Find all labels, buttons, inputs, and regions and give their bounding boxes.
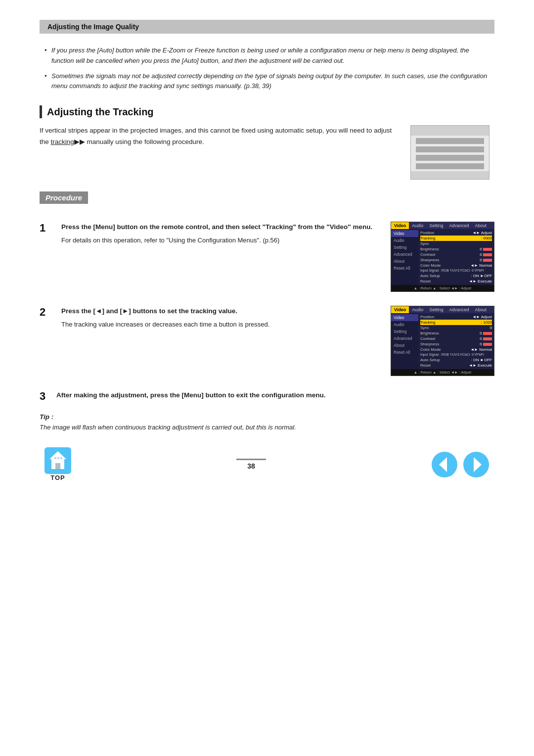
step-3: 3 After making the adjustment, press the…	[40, 390, 494, 403]
section-header: Adjusting the Image Quality	[40, 20, 494, 34]
page-footer: TOP 38	[40, 447, 494, 481]
intro-text: If vertical stripes appear in the projec…	[40, 125, 396, 180]
menu-footer-2: ▲ : Return ▲ : Select ◄► : Adjust	[391, 369, 494, 376]
menu-tab-advanced-2: Advanced	[446, 306, 472, 313]
menu-tabs-2: Video Audio Setting Advanced About	[391, 306, 494, 313]
procedure-title: Procedure	[40, 191, 88, 204]
menu-row-input-1: Input Signal : RGB YUV①YCbCr ①YPbPr	[420, 268, 492, 273]
menu-screenshot-1: Video Audio Setting Advanced About Video…	[391, 222, 494, 292]
step-2-content: Press the [◄] and [►] buttons to set the…	[61, 306, 381, 331]
page-divider	[236, 459, 266, 460]
notes-section: If you press the [Auto] button while the…	[40, 46, 494, 92]
menu-tab-video-1: Video	[391, 222, 409, 229]
menu-left-audio-1: Audio	[391, 237, 418, 244]
menu-row-brightness-1: Brightness0	[420, 246, 492, 252]
menu-left-audio-2: Audio	[391, 321, 418, 328]
menu-left-panel-2: Video Audio Setting Advanced About Reset…	[391, 313, 418, 369]
menu-tab-advanced-1: Advanced	[446, 222, 472, 229]
footer-left[interactable]: TOP	[44, 447, 71, 481]
step-3-number: 3	[40, 390, 51, 403]
menu-tab-audio-2: Audio	[409, 306, 426, 313]
menu-tab-about-1: About	[472, 222, 490, 229]
svg-rect-3	[54, 457, 56, 459]
menu-footer-1: ▲ : Return ▲ : Select ◄► : Adjust	[391, 285, 494, 291]
menu-row-position-1: Position◄► Adjust	[420, 230, 492, 236]
svg-rect-2	[55, 463, 60, 469]
prev-arrow-icon[interactable]	[431, 451, 458, 478]
menu-row-position-2: Position◄► Adjust	[420, 314, 492, 320]
menu-right-panel-2: Position◄► Adjust Tracking: 1020 Sync0 B…	[418, 313, 494, 369]
step-3-bold: After making the adjustment, press the […	[56, 390, 326, 401]
step-2-bold: Press the [◄] and [►] buttons to set the…	[61, 306, 381, 317]
menu-row-colormode-1: Color Mode◄► Normal	[420, 263, 492, 268]
menu-row-tracking-1: Tracking: 0000	[420, 236, 492, 241]
section-header-title: Adjusting the Image Quality	[47, 23, 139, 31]
house-icon	[44, 447, 71, 474]
menu-body-2: Video Audio Setting Advanced About Reset…	[391, 313, 494, 369]
menu-tab-about-2: About	[472, 306, 490, 313]
tip-label: Tip :	[40, 413, 494, 421]
step-1-normal: For details on this operation, refer to …	[61, 236, 381, 246]
main-title-container: Adjusting the Tracking	[40, 105, 494, 118]
step-2-image: Video Audio Setting Advanced About Video…	[391, 306, 494, 376]
menu-row-input-2: Input Signal : RGB YUV①YCbCr ①YPbPr	[420, 352, 492, 357]
step-1: 1 Press the [Menu] button on the remote …	[40, 222, 494, 292]
menu-left-video-1: Video	[391, 230, 418, 237]
menu-tab-audio-1: Audio	[409, 222, 426, 229]
footer-right	[431, 451, 490, 478]
menu-row-reset-1: Reset◄► Execute	[420, 279, 492, 284]
menu-left-advanced-1: Advanced	[391, 251, 418, 258]
step-1-content: Press the [Menu] button on the remote co…	[61, 222, 381, 247]
menu-row-contrast-2: Contrast0	[420, 336, 492, 341]
page-number-container: 38	[236, 459, 266, 470]
menu-row-sharpness-2: Sharpness0	[420, 341, 492, 347]
menu-left-setting-1: Setting	[391, 244, 418, 251]
step-1-bold: Press the [Menu] button on the remote co…	[61, 222, 381, 233]
menu-left-panel-1: Video Audio Setting Advanced About Reset…	[391, 229, 418, 285]
svg-rect-5	[60, 457, 62, 459]
menu-row-colormode-2: Color Mode◄► Normal	[420, 347, 492, 352]
menu-row-autosetup-2: Auto Setup: ON ►OFF	[420, 357, 492, 363]
svg-rect-4	[57, 457, 59, 459]
menu-row-tracking-2: Tracking: 1020	[420, 320, 492, 325]
menu-left-about-1: About	[391, 258, 418, 265]
note-1: If you press the [Auto] button while the…	[44, 46, 490, 66]
menu-row-autosetup-1: Auto Setup: ON ►OFF	[420, 273, 492, 279]
menu-left-advanced-2: Advanced	[391, 335, 418, 342]
step-2: 2 Press the [◄] and [►] buttons to set t…	[40, 306, 494, 376]
top-label: TOP	[50, 474, 65, 481]
menu-left-resetall-1: Reset All	[391, 265, 418, 272]
menu-left-setting-2: Setting	[391, 328, 418, 335]
menu-body-1: Video Audio Setting Advanced About Reset…	[391, 229, 494, 285]
step-1-number: 1	[40, 222, 51, 235]
menu-left-video-2: Video	[391, 314, 418, 321]
main-title-text: Adjusting the Tracking	[47, 106, 154, 118]
menu-row-brightness-2: Brightness0	[420, 331, 492, 336]
title-bar-decoration	[40, 105, 42, 118]
menu-left-about-2: About	[391, 342, 418, 349]
menu-left-resetall-2: Reset All	[391, 349, 418, 356]
tracking-image-container	[405, 125, 494, 180]
menu-tab-setting-2: Setting	[426, 306, 446, 313]
step-2-normal: The tracking value increases or decrease…	[61, 320, 381, 330]
menu-screenshot-2: Video Audio Setting Advanced About Video…	[391, 306, 494, 376]
step-3-inner: 3 After making the adjustment, press the…	[40, 390, 494, 403]
tracking-stripes-image	[410, 125, 490, 180]
note-2: Sometimes the signals may not be adjuste…	[44, 71, 490, 92]
menu-tab-setting-1: Setting	[426, 222, 446, 229]
tracking-link: tracking	[51, 138, 74, 145]
menu-row-sync-2: Sync0	[420, 325, 492, 331]
tip-text: The image will flash when continuous tra…	[40, 423, 494, 433]
menu-tabs-1: Video Audio Setting Advanced About	[391, 222, 494, 229]
page-number: 38	[236, 462, 266, 470]
intro-section: If vertical stripes appear in the projec…	[40, 125, 494, 180]
menu-row-contrast-1: Contrast0	[420, 252, 492, 257]
tip-section: Tip : The image will flash when continuo…	[40, 413, 494, 433]
menu-row-sharpness-1: Sharpness0	[420, 257, 492, 263]
procedure-container: Procedure	[40, 191, 494, 213]
menu-row-sync-1: Sync	[420, 241, 492, 246]
intro-paragraph: If vertical stripes appear in the projec…	[40, 125, 396, 148]
menu-tab-video-2: Video	[391, 306, 409, 313]
next-arrow-icon[interactable]	[463, 451, 490, 478]
menu-row-reset-2: Reset◄► Execute	[420, 363, 492, 368]
